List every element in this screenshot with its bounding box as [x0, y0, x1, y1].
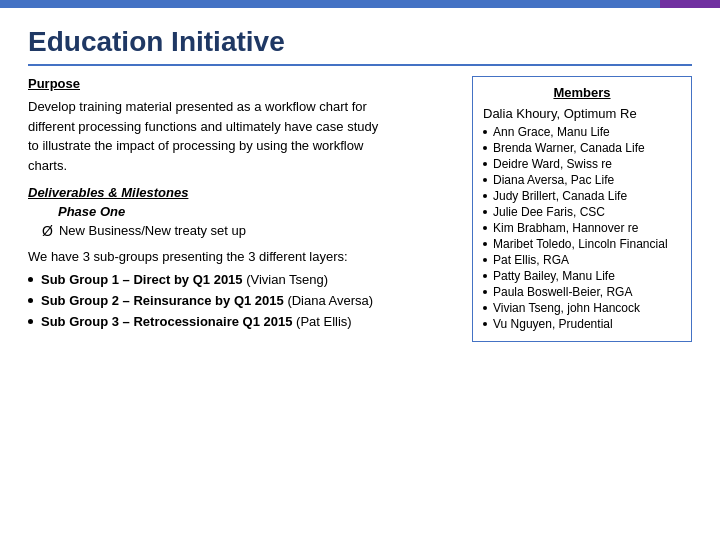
member-dot [483, 226, 487, 230]
deliverables-label: Deliverables & Milestones [28, 185, 454, 200]
list-item: Judy Brillert, Canada Life [483, 189, 681, 203]
list-item: Diana Aversa, Pac Life [483, 173, 681, 187]
member-dot [483, 242, 487, 246]
member-dot [483, 322, 487, 326]
list-item: Deidre Ward, Swiss re [483, 157, 681, 171]
right-column: Members Dalia Khoury, Optimum Re Ann Gra… [472, 76, 692, 342]
member-name: Brenda Warner, Canada Life [493, 141, 645, 155]
member-dot [483, 194, 487, 198]
list-dot [28, 298, 33, 303]
content-wrapper: Purpose Develop training material presen… [28, 76, 692, 342]
member-dot [483, 290, 487, 294]
left-column: Purpose Develop training material presen… [28, 76, 454, 342]
sub-group-text-3: Sub Group 3 – Retrocessionaire Q1 2015 (… [41, 314, 352, 329]
member-dot [483, 258, 487, 262]
page-title: Education Initiative [28, 26, 692, 66]
member-name: Maribet Toledo, Lincoln Financial [493, 237, 668, 251]
page-container: Education Initiative Purpose Develop tra… [0, 8, 720, 360]
list-item: Pat Ellis, RGA [483, 253, 681, 267]
member-dot [483, 210, 487, 214]
member-dot [483, 306, 487, 310]
list-item: Vu Nguyen, Prudential [483, 317, 681, 331]
phase-item-text: New Business/New treaty set up [59, 223, 246, 238]
purpose-line-3: to illustrate the impact of processing b… [28, 138, 363, 153]
members-lead: Dalia Khoury, Optimum Re [483, 106, 681, 121]
member-name: Diana Aversa, Pac Life [493, 173, 614, 187]
purpose-line-4: charts. [28, 158, 67, 173]
list-item: Sub Group 2 – Reinsurance by Q1 2015 (Di… [28, 293, 454, 308]
top-bar [0, 0, 720, 8]
purpose-label: Purpose [28, 76, 454, 91]
list-item: Patty Bailey, Manu Life [483, 269, 681, 283]
member-name: Kim Brabham, Hannover re [493, 221, 638, 235]
member-name: Judy Brillert, Canada Life [493, 189, 627, 203]
member-dot [483, 178, 487, 182]
list-item: Brenda Warner, Canada Life [483, 141, 681, 155]
phase-one-label: Phase One [58, 204, 454, 219]
member-name: Patty Bailey, Manu Life [493, 269, 615, 283]
sub-group-text-1: Sub Group 1 – Direct by Q1 2015 (Vivian … [41, 272, 328, 287]
top-bar-accent [660, 0, 720, 8]
sub-groups-list: Sub Group 1 – Direct by Q1 2015 (Vivian … [28, 272, 454, 329]
member-name: Vu Nguyen, Prudential [493, 317, 613, 331]
member-name: Ann Grace, Manu Life [493, 125, 610, 139]
member-dot [483, 162, 487, 166]
list-item: Sub Group 3 – Retrocessionaire Q1 2015 (… [28, 314, 454, 329]
members-list: Ann Grace, Manu LifeBrenda Warner, Canad… [483, 125, 681, 331]
member-name: Paula Boswell-Beier, RGA [493, 285, 632, 299]
list-dot [28, 277, 33, 282]
list-item: Ann Grace, Manu Life [483, 125, 681, 139]
member-name: Vivian Tseng, john Hancock [493, 301, 640, 315]
list-item: Sub Group 1 – Direct by Q1 2015 (Vivian … [28, 272, 454, 287]
list-item: Vivian Tseng, john Hancock [483, 301, 681, 315]
list-dot [28, 319, 33, 324]
list-item: Maribet Toledo, Lincoln Financial [483, 237, 681, 251]
list-item: Julie Dee Faris, CSC [483, 205, 681, 219]
member-name: Julie Dee Faris, CSC [493, 205, 605, 219]
phase-bullet: Ø [42, 223, 53, 239]
sub-groups-intro: We have 3 sub-groups presenting the 3 di… [28, 249, 454, 264]
list-item: Paula Boswell-Beier, RGA [483, 285, 681, 299]
member-dot [483, 146, 487, 150]
member-name: Deidre Ward, Swiss re [493, 157, 612, 171]
purpose-text: Develop training material presented as a… [28, 97, 454, 175]
member-dot [483, 274, 487, 278]
member-dot [483, 130, 487, 134]
list-item: Kim Brabham, Hannover re [483, 221, 681, 235]
member-name: Pat Ellis, RGA [493, 253, 569, 267]
members-title: Members [483, 85, 681, 100]
phase-item: Ø New Business/New treaty set up [42, 223, 454, 239]
sub-group-text-2: Sub Group 2 – Reinsurance by Q1 2015 (Di… [41, 293, 373, 308]
purpose-line-1: Develop training material presented as a… [28, 99, 367, 114]
purpose-line-2: different processing functions and ultim… [28, 119, 378, 134]
